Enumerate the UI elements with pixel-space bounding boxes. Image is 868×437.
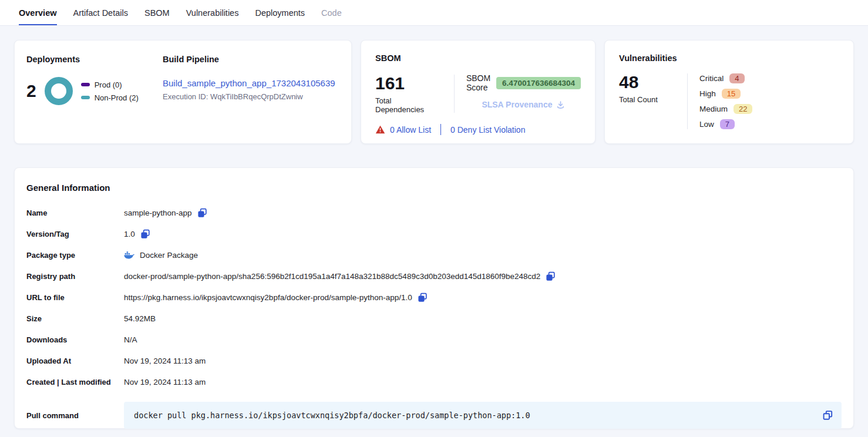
pull-command-value: docker pull pkg.harness.io/ikpsjoavtcwxn…	[134, 411, 530, 420]
field-label: Size	[26, 314, 124, 323]
vulnerabilities-card: Vulnerabilities 48 Total Count Critical …	[604, 40, 854, 144]
severity-count-badge: 22	[734, 104, 752, 114]
sbom-score-label: SBOM Score	[466, 73, 490, 92]
nonprod-color-dash	[81, 96, 90, 99]
deny-list-link[interactable]: 0 Deny List Violation	[450, 125, 525, 135]
sbom-title: SBOM	[375, 53, 581, 63]
deployments-total: 2	[26, 81, 36, 101]
package-type-value: Docker Package	[140, 251, 198, 260]
registry-path-value: docker-prod/sample-python-app/sha256:596…	[124, 272, 540, 281]
divider	[687, 73, 688, 129]
row-package-type: Package type Docker Package	[26, 249, 842, 261]
legend-label: Non-Prod (2)	[95, 93, 139, 102]
severity-row-critical: Critical 4	[699, 72, 752, 85]
severity-list: Critical 4 High 15 Medium 22 Low 7	[699, 72, 752, 130]
row-registry-path: Registry path docker-prod/sample-python-…	[26, 270, 842, 282]
row-pull-command: Pull command docker pull pkg.harness.io/…	[26, 402, 842, 429]
tab-sbom[interactable]: SBOM	[144, 0, 170, 25]
slsa-provenance-button[interactable]: SLSA Provenance	[466, 100, 581, 109]
name-value: sample-python-app	[124, 209, 192, 217]
docker-icon	[124, 251, 134, 259]
row-version: Version/Tag 1.0	[26, 228, 842, 240]
sbom-score-section: SBOM Score 6.470017636684304 SLSA Proven…	[466, 73, 581, 114]
sbom-score-badge: 6.470017636684304	[496, 77, 581, 89]
sbom-policy-links: 0 Allow List 0 Deny List Violation	[375, 124, 581, 135]
allow-list-link[interactable]: 0 Allow List	[375, 125, 431, 135]
field-label: URL to file	[26, 293, 124, 302]
severity-row-low: Low 7	[699, 118, 752, 130]
deployments-legend: Prod (0) Non-Prod (2)	[81, 80, 139, 102]
vulnerabilities-total: 48	[619, 72, 675, 92]
sbom-total-label: Total Dependencies	[375, 96, 442, 114]
tab-bar: Overview Artifact Details SBOM Vulnerabi…	[0, 0, 868, 26]
copy-icon[interactable]	[546, 271, 556, 281]
tab-artifact-details[interactable]: Artifact Details	[73, 0, 128, 25]
severity-label: High	[699, 89, 716, 98]
build-pipeline-title: Build Pipeline	[163, 55, 339, 64]
summary-cards-row: Deployments 2 Prod (0) Non-Prod (2) Buil…	[0, 26, 868, 144]
tab-vulnerabilities[interactable]: Vulnerabilities	[186, 0, 239, 25]
deployments-title: Deployments	[26, 55, 163, 64]
build-pipeline-section: Build Pipeline Build_sample_python_app_1…	[163, 55, 339, 129]
deployments-donut-chart	[45, 77, 73, 105]
size-value: 54.92MB	[124, 314, 156, 323]
tab-overview[interactable]: Overview	[19, 0, 57, 25]
general-information-card: General Information Name sample-python-a…	[14, 167, 854, 429]
copy-icon[interactable]	[197, 208, 207, 218]
downloads-value: N/A	[124, 335, 137, 344]
severity-label: Low	[699, 120, 714, 129]
legend-label: Prod (0)	[95, 80, 122, 89]
deployments-section: Deployments 2 Prod (0) Non-Prod (2)	[26, 55, 163, 129]
vulnerabilities-title: Vulnerabilities	[619, 53, 839, 63]
deny-list-label: 0 Deny List Violation	[450, 125, 525, 135]
row-created-modified: Created | Last modified Nov 19, 2024 11:…	[26, 376, 842, 388]
uploaded-at-value: Nov 19, 2024 11:13 am	[124, 357, 206, 365]
allow-list-label: 0 Allow List	[390, 125, 431, 135]
copy-icon[interactable]	[822, 410, 833, 421]
field-label: Version/Tag	[26, 230, 124, 238]
field-label: Downloads	[26, 335, 124, 344]
severity-count-badge: 15	[722, 89, 741, 99]
tab-code[interactable]: Code	[321, 0, 342, 25]
field-label: Pull command	[26, 411, 124, 420]
warning-icon	[375, 125, 385, 134]
tab-deployments[interactable]: Deployments	[255, 0, 305, 25]
row-name: Name sample-python-app	[26, 207, 842, 218]
vulnerabilities-totals: 48 Total Count	[619, 72, 675, 130]
field-label: Name	[26, 209, 124, 217]
severity-label: Medium	[699, 105, 728, 113]
legend-item-nonprod: Non-Prod (2)	[81, 93, 139, 102]
sbom-card: SBOM 161 Total Dependencies SBOM Score 6…	[361, 40, 596, 144]
row-downloads: Downloads N/A	[26, 334, 842, 345]
row-size: Size 54.92MB	[26, 312, 842, 324]
download-icon	[556, 100, 565, 109]
field-label: Created | Last modified	[26, 378, 124, 386]
divider	[454, 75, 455, 113]
execution-id: Execution ID: WqkTiIbBRqecQrpDtZwniw	[163, 92, 339, 101]
version-value: 1.0	[124, 230, 135, 238]
field-label: Package type	[26, 251, 124, 260]
severity-row-high: High 15	[699, 88, 752, 100]
severity-count-badge: 4	[729, 73, 744, 83]
url-value: https://pkg.harness.io/ikpsjoavtcwxnqisy…	[124, 293, 412, 302]
prod-color-dash	[81, 83, 90, 86]
row-url: URL to file https://pkg.harness.io/ikpsj…	[26, 291, 842, 303]
deployments-card: Deployments 2 Prod (0) Non-Prod (2) Buil…	[14, 40, 352, 144]
row-uploaded-at: Uploaded At Nov 19, 2024 11:13 am	[26, 355, 842, 367]
pipeline-link[interactable]: Build_sample_python_app_1732043105639	[163, 78, 335, 88]
sbom-total: 161	[375, 73, 442, 93]
pull-command-box: docker pull pkg.harness.io/ikpsjoavtcwxn…	[124, 402, 842, 429]
created-modified-value: Nov 19, 2024 11:13 am	[124, 378, 206, 386]
slsa-provenance-label: SLSA Provenance	[482, 100, 552, 109]
copy-icon[interactable]	[140, 229, 150, 239]
severity-label: Critical	[699, 74, 724, 83]
general-information-title: General Information	[26, 183, 842, 193]
divider	[440, 124, 441, 135]
field-label: Uploaded At	[26, 357, 124, 365]
severity-count-badge: 7	[720, 119, 735, 129]
copy-icon[interactable]	[418, 293, 428, 302]
severity-row-medium: Medium 22	[699, 103, 752, 115]
sbom-totals: 161 Total Dependencies	[375, 73, 442, 114]
vulnerabilities-total-label: Total Count	[619, 95, 675, 104]
legend-item-prod: Prod (0)	[81, 80, 139, 89]
